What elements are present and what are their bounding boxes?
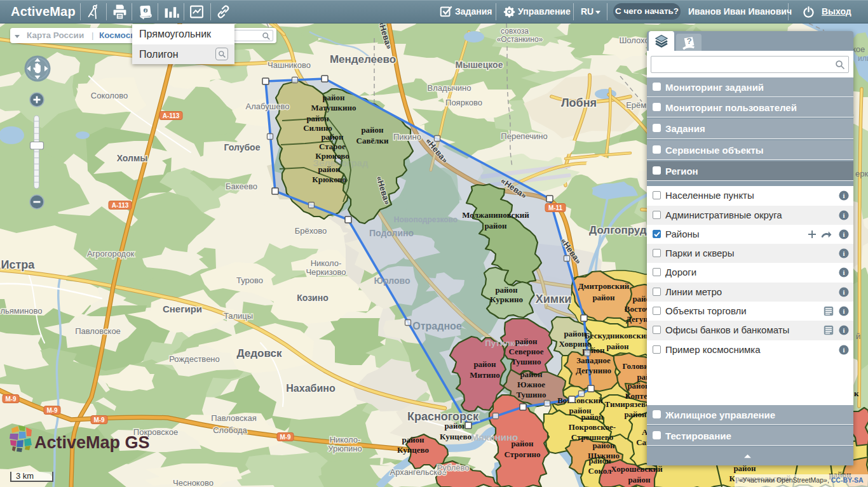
svg-text:ActiveMap GS: ActiveMap GS	[34, 433, 150, 452]
svg-text:Нахабино: Нахабино	[286, 383, 336, 394]
svg-text:Савёлки: Савёлки	[356, 136, 389, 145]
svg-text:Дедовск: Дедовск	[237, 347, 282, 359]
svg-text:совхоза: совхоза	[501, 27, 529, 36]
svg-text:Черкизово: Черкизово	[306, 267, 346, 277]
svg-text:М-11: М-11	[548, 204, 563, 211]
svg-text:Рублёво: Рублёво	[437, 463, 470, 472]
svg-text:Лобня: Лобня	[561, 97, 597, 109]
svg-text:Павловское: Павловское	[75, 326, 121, 336]
svg-text:А-113: А-113	[112, 202, 129, 209]
svg-text:i: i	[843, 288, 845, 295]
svg-text:район: район	[322, 93, 345, 102]
svg-text:кое: кое	[852, 44, 865, 54]
svg-text:i: i	[843, 211, 845, 218]
svg-text:район: район	[581, 412, 604, 422]
svg-text:район: район	[495, 285, 518, 295]
svg-text:i: i	[843, 346, 845, 353]
svg-text:Куркино: Куркино	[490, 295, 523, 304]
svg-text:Холмы: Холмы	[117, 153, 148, 163]
svg-text:Чесноково: Чесноково	[173, 478, 214, 487]
svg-text:район: район	[606, 342, 629, 351]
svg-text:Молжаниновский: Молжаниновский	[462, 210, 529, 220]
svg-text:район: район	[473, 359, 496, 369]
svg-text:?: ?	[687, 36, 692, 46]
svg-text:район: район	[306, 114, 329, 123]
svg-text:А-113: А-113	[163, 112, 180, 119]
svg-text:район: район	[484, 221, 507, 230]
svg-text:Слобода: Слобода	[213, 425, 247, 435]
svg-text:й: й	[856, 331, 860, 341]
svg-text:Красногорск: Красногорск	[407, 410, 479, 423]
svg-text:i: i	[843, 192, 845, 199]
svg-text:Николо-: Николо-	[330, 435, 361, 444]
svg-text:Дмитровский: Дмитровский	[578, 281, 630, 291]
svg-text:Строгино: Строгино	[505, 450, 541, 459]
svg-text:район: район	[444, 421, 467, 430]
svg-text:Мышецкое: Мышецкое	[456, 60, 503, 70]
svg-text:район: район	[628, 475, 651, 484]
svg-text:Перепечино: Перепечино	[501, 131, 547, 141]
svg-text:i: i	[843, 327, 845, 334]
svg-text:Урюпино: Урюпино	[328, 444, 362, 453]
svg-text:илиц: илиц	[858, 54, 868, 63]
svg-text:район: район	[402, 435, 424, 444]
svg-text:Юрлово: Юрлово	[374, 276, 410, 286]
svg-text:Кунцево: Кунцево	[440, 432, 471, 441]
svg-text:М-9: М-9	[280, 434, 291, 441]
svg-text:Талицы: Талицы	[224, 311, 253, 321]
svg-text:район: район	[318, 164, 341, 174]
svg-text:М-9: М-9	[46, 407, 58, 414]
svg-text:Подолино: Подолино	[369, 228, 414, 238]
svg-text:район: район	[520, 370, 543, 379]
svg-text:ерк: ерк	[855, 169, 868, 178]
svg-text:Тушино: Тушино	[512, 357, 541, 366]
svg-text:Соколово: Соколово	[91, 91, 128, 100]
svg-text:район: район	[592, 441, 615, 450]
svg-text:Брёхово: Брёхово	[295, 226, 327, 236]
svg-text:Владычино: Владычино	[428, 83, 471, 93]
svg-text:Крюково: Крюково	[315, 151, 349, 161]
svg-text:район: район	[321, 132, 344, 142]
svg-text:Турово: Турово	[236, 276, 263, 285]
svg-text:«Останкино»: «Останкино»	[497, 35, 543, 44]
svg-text:Крюково: Крюково	[312, 175, 346, 184]
svg-text:i: i	[843, 230, 845, 237]
svg-text:район: район	[588, 456, 611, 465]
svg-text:Бескудниковский: Бескудниковский	[585, 331, 651, 340]
svg-text:район: район	[564, 329, 587, 338]
svg-text:Бакеево: Бакеево	[226, 182, 257, 191]
svg-text:Войковский: Войковский	[557, 396, 603, 405]
svg-text:Силино: Силино	[303, 123, 332, 133]
svg-text:Рождествено: Рождествено	[169, 354, 220, 364]
svg-text:Дегунино: Дегунино	[576, 366, 611, 375]
svg-text:Хорошёвский: Хорошёвский	[611, 464, 663, 474]
svg-text:Митино: Митино	[470, 370, 500, 380]
svg-text:Кунцево: Кунцево	[397, 445, 429, 455]
svg-text:район: район	[511, 439, 534, 448]
svg-text:Старое: Старое	[319, 142, 346, 151]
svg-text:Голубое: Голубое	[224, 142, 261, 152]
svg-text:Николо-: Николо-	[311, 258, 342, 268]
svg-text:район: район	[624, 410, 647, 419]
svg-text:Пикино: Пикино	[393, 132, 421, 142]
svg-text:Алабушево: Алабушево	[246, 102, 290, 111]
svg-text:район: район	[361, 125, 384, 135]
svg-text:Агрогородок: Агрогородок	[87, 249, 135, 258]
svg-text:Снегири: Снегири	[163, 304, 202, 314]
svg-text:Химки: Химки	[536, 293, 571, 305]
svg-text:Павловская: Павловская	[211, 413, 257, 423]
svg-text:Северное: Северное	[508, 347, 543, 356]
svg-text:Покровское-: Покровское-	[569, 422, 616, 432]
svg-text:Чашниково: Чашниково	[268, 60, 311, 70]
svg-text:Сокол: Сокол	[588, 466, 612, 476]
svg-text:i: i	[843, 308, 845, 315]
svg-text:Менделеево: Менделеево	[330, 53, 396, 65]
svg-text:район: район	[515, 337, 538, 346]
svg-text:Поярково: Поярково	[445, 98, 482, 107]
svg-text:Козино: Козино	[297, 293, 329, 303]
svg-text:i: i	[843, 250, 845, 257]
svg-text:i: i	[843, 269, 845, 276]
svg-text:Западное: Западное	[576, 356, 611, 365]
svg-text:Отрадное: Отрадное	[412, 321, 462, 331]
svg-text:М-9: М-9	[5, 396, 17, 403]
